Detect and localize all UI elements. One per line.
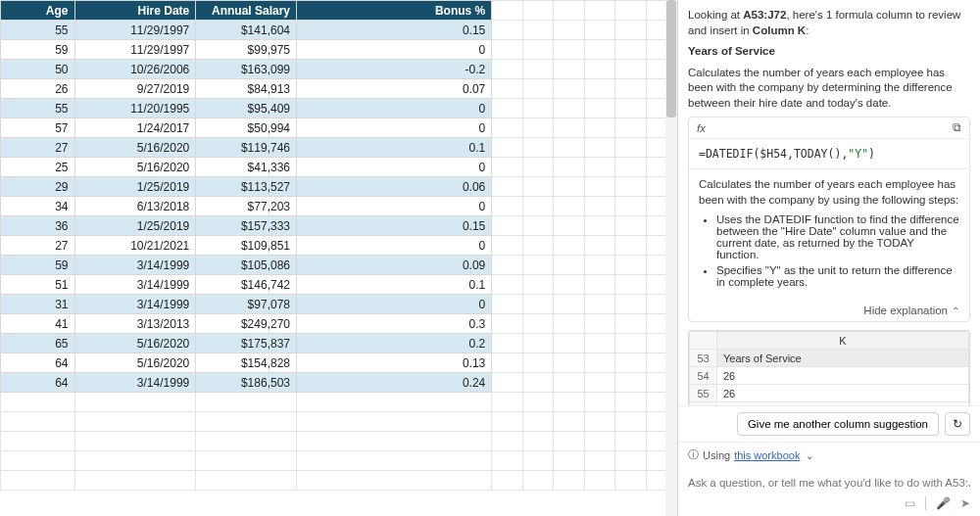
cell-empty[interactable] [554, 432, 584, 451]
cell-empty[interactable] [522, 353, 553, 373]
cell-bonus[interactable]: 0 [297, 158, 492, 177]
cell-salary[interactable]: $249,270 [196, 314, 297, 334]
cell-hire[interactable]: 5/16/2020 [74, 353, 196, 373]
cell-empty[interactable] [522, 138, 553, 158]
cell-empty[interactable] [522, 471, 553, 491]
cell-empty[interactable] [554, 177, 584, 197]
cell-empty[interactable] [584, 236, 614, 256]
cell-empty[interactable] [554, 256, 584, 275]
cell-empty[interactable] [1, 393, 75, 412]
cell-empty[interactable] [522, 412, 553, 432]
copy-formula-button[interactable]: ⧉ [953, 121, 961, 134]
cell-empty[interactable] [584, 373, 614, 393]
cell-age[interactable]: 57 [1, 118, 75, 138]
cell-empty[interactable] [522, 393, 553, 412]
cell-bonus[interactable]: 0 [297, 99, 492, 118]
cell-empty[interactable] [584, 60, 614, 79]
cell-age[interactable]: 26 [1, 79, 75, 99]
cell-empty[interactable] [554, 79, 584, 99]
cell-empty[interactable] [492, 471, 522, 491]
table-row[interactable]: 5010/26/2006$163,099-0.2 [1, 60, 677, 79]
cell-bonus[interactable]: 0.15 [297, 21, 492, 40]
cell-empty[interactable] [554, 412, 584, 432]
cell-empty[interactable] [554, 216, 584, 236]
cell-salary[interactable]: $157,333 [196, 216, 297, 236]
cell-empty[interactable] [615, 412, 646, 432]
cell-hire[interactable]: 11/29/1997 [74, 21, 196, 40]
cell-empty[interactable] [615, 334, 646, 353]
cell-empty[interactable] [584, 197, 614, 216]
cell-empty[interactable] [492, 412, 522, 432]
table-row[interactable]: 413/13/2013$249,2700.3 [1, 314, 677, 334]
table-row-empty[interactable] [1, 412, 677, 432]
cell-empty[interactable] [554, 158, 584, 177]
col-empty[interactable] [584, 1, 614, 21]
cell-empty[interactable] [615, 197, 646, 216]
cell-empty[interactable] [615, 432, 646, 451]
cell-empty[interactable] [615, 393, 646, 412]
cell-empty[interactable] [615, 314, 646, 334]
table-row[interactable]: 255/16/2020$41,3360 [1, 158, 677, 177]
cell-hire[interactable]: 5/16/2020 [74, 334, 196, 353]
cell-empty[interactable] [584, 256, 614, 275]
cell-salary[interactable]: $77,203 [196, 197, 297, 216]
cell-empty[interactable] [297, 451, 492, 471]
table-row-empty[interactable] [1, 393, 677, 412]
mic-icon[interactable]: 🎤 [936, 496, 951, 510]
spreadsheet-pane[interactable]: Age Hire Date Annual Salary Bonus % 5511… [0, 0, 678, 516]
cell-empty[interactable] [522, 118, 553, 138]
cell-empty[interactable] [615, 471, 646, 491]
cell-empty[interactable] [297, 393, 492, 412]
cell-hire[interactable]: 3/14/1999 [74, 275, 196, 295]
table-row[interactable]: 269/27/2019$84,9130.07 [1, 79, 677, 99]
table-row[interactable]: 655/16/2020$175,8370.2 [1, 334, 677, 353]
cell-empty[interactable] [554, 40, 584, 60]
cell-hire[interactable]: 6/13/2018 [74, 197, 196, 216]
cell-bonus[interactable]: 0 [297, 236, 492, 256]
table-row-empty[interactable] [1, 432, 677, 451]
cell-empty[interactable] [492, 275, 522, 295]
cell-empty[interactable] [492, 197, 522, 216]
cell-empty[interactable] [492, 295, 522, 314]
cell-empty[interactable] [584, 432, 614, 451]
cell-empty[interactable] [554, 236, 584, 256]
cell-hire[interactable]: 10/26/2006 [74, 60, 196, 79]
cell-empty[interactable] [522, 177, 553, 197]
cell-salary[interactable]: $105,086 [196, 256, 297, 275]
cell-empty[interactable] [554, 275, 584, 295]
table-row[interactable]: 291/25/2019$113,5270.06 [1, 177, 677, 197]
cell-empty[interactable] [522, 295, 553, 314]
cell-empty[interactable] [492, 177, 522, 197]
cell-empty[interactable] [554, 393, 584, 412]
cell-empty[interactable] [615, 275, 646, 295]
cell-hire[interactable]: 1/24/2017 [74, 118, 196, 138]
cell-empty[interactable] [1, 412, 75, 432]
cell-empty[interactable] [615, 60, 646, 79]
cell-age[interactable]: 34 [1, 197, 75, 216]
cell-empty[interactable] [554, 353, 584, 373]
cell-age[interactable]: 27 [1, 138, 75, 158]
cell-empty[interactable] [196, 412, 297, 432]
send-icon[interactable]: ➤ [960, 496, 970, 510]
cell-empty[interactable] [492, 256, 522, 275]
vertical-scrollbar[interactable] [665, 0, 677, 516]
cell-bonus[interactable]: 0.15 [297, 216, 492, 236]
cell-empty[interactable] [615, 118, 646, 138]
cell-bonus[interactable]: 0 [297, 118, 492, 138]
cell-hire[interactable]: 3/14/1999 [74, 373, 196, 393]
refresh-button[interactable]: ↻ [945, 412, 970, 436]
table-row-empty[interactable] [1, 471, 677, 491]
cell-salary[interactable]: $99,975 [196, 40, 297, 60]
cell-empty[interactable] [615, 79, 646, 99]
cell-empty[interactable] [615, 256, 646, 275]
cell-empty[interactable] [492, 334, 522, 353]
cell-empty[interactable] [554, 99, 584, 118]
cell-empty[interactable] [492, 451, 522, 471]
cell-age[interactable]: 41 [1, 314, 75, 334]
cell-empty[interactable] [554, 451, 584, 471]
cell-hire[interactable]: 3/13/2013 [74, 314, 196, 334]
col-salary[interactable]: Annual Salary [196, 1, 297, 21]
cell-age[interactable]: 64 [1, 353, 75, 373]
table-row[interactable]: 313/14/1999$97,0780 [1, 295, 677, 314]
cell-salary[interactable]: $97,078 [196, 295, 297, 314]
